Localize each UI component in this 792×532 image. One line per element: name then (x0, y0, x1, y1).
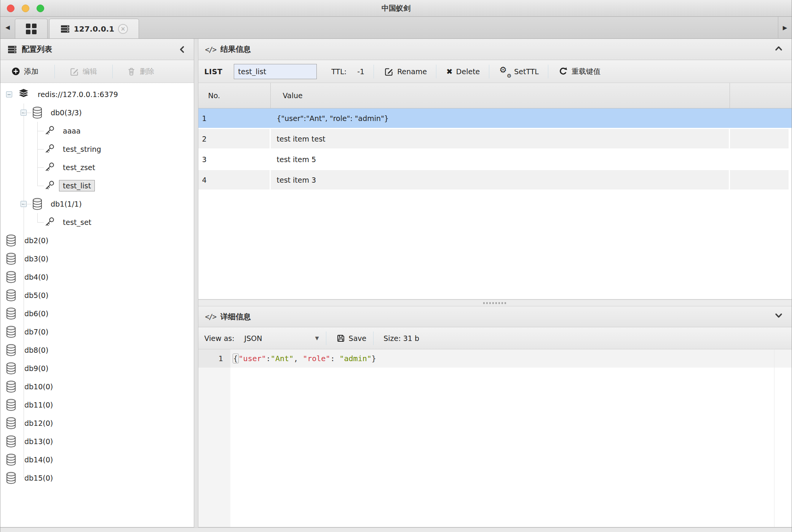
tree-item-db2-0-[interactable]: db2(0) (0, 231, 194, 250)
collapse-expander-icon[interactable]: − (6, 91, 12, 97)
cell-no: 4 (198, 170, 271, 191)
tree-item-db8-0-[interactable]: db8(0) (0, 341, 194, 359)
chevron-left-icon (179, 45, 185, 54)
tree-item-db11-0-[interactable]: db11(0) (0, 396, 194, 414)
tree-connector-line (24, 295, 32, 296)
close-tab-icon[interactable]: × (118, 24, 128, 34)
tree-item-test-string[interactable]: test_string (0, 140, 194, 158)
result-toolbar: LIST TTL: -1 Rename ✖ Delete ⚙ (198, 60, 792, 83)
server-rack-icon (60, 24, 70, 34)
tree-connector-line (24, 204, 32, 204)
tree-item-db4-0-[interactable]: db4(0) (0, 268, 194, 286)
collapse-detail-panel-button[interactable] (774, 312, 783, 319)
drag-handle-icon (483, 302, 507, 304)
toolbar-separator (489, 65, 489, 78)
add-config-button[interactable]: 添加 (11, 67, 38, 76)
tree-item-test-list[interactable]: test_list (0, 177, 194, 195)
key-icon (44, 162, 55, 173)
column-header-value[interactable]: Value (271, 83, 730, 108)
rename-key-button[interactable]: Rename (384, 67, 427, 76)
tree-connector-line (24, 332, 32, 332)
column-header-no[interactable]: No. (198, 83, 271, 108)
tab-bar: ◀ 127.0.0.1 × ▶ (0, 17, 792, 39)
set-ttl-button[interactable]: ⚙ ⚙ SetTTL (499, 66, 539, 77)
table-row-3[interactable]: 3test item 5 (198, 150, 792, 170)
cell-value: test item 3 (271, 170, 730, 191)
tree-item-db10-0-[interactable]: db10(0) (0, 377, 194, 396)
tabs-scroll-left-button[interactable]: ◀ (0, 16, 15, 38)
delete-config-label: 删除 (140, 67, 154, 76)
line-number: 1 (198, 349, 230, 368)
grid-icon (26, 24, 37, 34)
tree-connector-line (24, 350, 32, 350)
cell-no: 1 (198, 108, 271, 129)
database-icon (5, 381, 17, 393)
table-row-4[interactable]: 4test item 3 (198, 170, 792, 191)
table-row-1[interactable]: 1{"user":"Ant", "role": "admin"} (198, 108, 792, 129)
connection-tree: −redis://127.0.0.1:6379−db0(3/3)aaaatest… (0, 83, 194, 527)
toolbar-separator (112, 65, 113, 78)
tree-item-test-zset[interactable]: test_zset (0, 158, 194, 177)
tree-item-db6-0-[interactable]: db6(0) (0, 304, 194, 323)
tree-connector-line (24, 387, 32, 387)
list-value-table: No. Value 1{"user":"Ant", "role": "admin… (198, 83, 792, 299)
delete-key-button[interactable]: ✖ Delete (446, 67, 480, 76)
redis-server-icon (17, 88, 30, 100)
code-token-string: "admin" (340, 354, 372, 363)
edit-config-button[interactable]: 编辑 (69, 67, 97, 76)
tree-item-db14-0-[interactable]: db14(0) (0, 451, 194, 469)
delete-key-label: Delete (456, 67, 480, 76)
tree-item-redis-127-0-0-1-6379[interactable]: −redis://127.0.0.1:6379 (0, 85, 194, 104)
save-label: Save (349, 334, 367, 342)
value-editor[interactable]: 1 {"user":"Ant", "role": "admin"} (198, 349, 792, 527)
cell-value: {"user":"Ant", "role": "admin"} (271, 108, 730, 129)
tree-item-db7-0-[interactable]: db7(0) (0, 323, 194, 341)
editor-code-area[interactable]: {"user":"Ant", "role": "admin"} (230, 349, 792, 527)
key-name-input[interactable] (234, 64, 317, 79)
arrow-left-icon: ◀ (5, 24, 10, 31)
tree-item-db12-0-[interactable]: db12(0) (0, 414, 194, 432)
table-row-2[interactable]: 2test item test (198, 129, 792, 150)
tree-item-db15-0-[interactable]: db15(0) (0, 469, 194, 487)
sidebar-splitter[interactable] (194, 39, 198, 527)
toolbar-separator (373, 331, 374, 345)
set-ttl-label: SetTTL (514, 67, 539, 76)
tabs-scroll-right-button[interactable]: ▶ (778, 17, 792, 39)
dropdown-arrow-icon: ▼ (315, 335, 319, 341)
trash-icon (126, 67, 136, 76)
tree-item-label: redis://127.0.0.1:6379 (34, 89, 122, 100)
tree-item-db13-0-[interactable]: db13(0) (0, 432, 194, 451)
editor-gutter: 1 (198, 349, 230, 527)
edit-config-label: 编辑 (83, 67, 97, 76)
tree-item-db5-0-[interactable]: db5(0) (0, 286, 194, 304)
reload-key-button[interactable]: 重载键值 (558, 67, 600, 76)
pencil-square-icon (69, 67, 79, 76)
plus-circle-icon (11, 67, 21, 76)
tree-item-db9-0-[interactable]: db9(0) (0, 359, 194, 377)
panel-splitter[interactable] (198, 299, 792, 306)
tree-connector-line (37, 131, 44, 131)
code-token-key: "role" (303, 354, 330, 363)
config-list-icon (7, 45, 17, 54)
collapse-sidebar-button[interactable] (179, 45, 185, 54)
x-mark-icon: ✖ (446, 67, 453, 76)
tree-item-label: db0(3/3) (47, 107, 86, 118)
delete-config-button[interactable]: 删除 (126, 67, 154, 76)
tree-connector-line (24, 368, 32, 369)
tree-item-db1-1-1-[interactable]: −db1(1/1) (0, 195, 194, 213)
view-as-select[interactable]: JSON ▼ (244, 334, 319, 342)
tab-home-grid[interactable] (15, 19, 48, 38)
tree-connector-line (24, 460, 32, 460)
tree-item-aaaa[interactable]: aaaa (0, 122, 194, 140)
tree-connector-line (24, 113, 32, 113)
tree-item-db0-3-3-[interactable]: −db0(3/3) (0, 104, 194, 122)
pencil-square-icon (384, 67, 394, 76)
tree-item-test-set[interactable]: test_set (0, 213, 194, 231)
ttl-label: TTL: (331, 67, 346, 76)
tab-connection-127-0-0-1[interactable]: 127.0.0.1 × (49, 19, 139, 38)
collapse-result-panel-button[interactable] (774, 45, 783, 52)
refresh-icon (558, 67, 568, 76)
save-button[interactable]: Save (336, 334, 367, 343)
tree-item-db3-0-[interactable]: db3(0) (0, 250, 194, 268)
tree-connector-line (37, 186, 44, 186)
